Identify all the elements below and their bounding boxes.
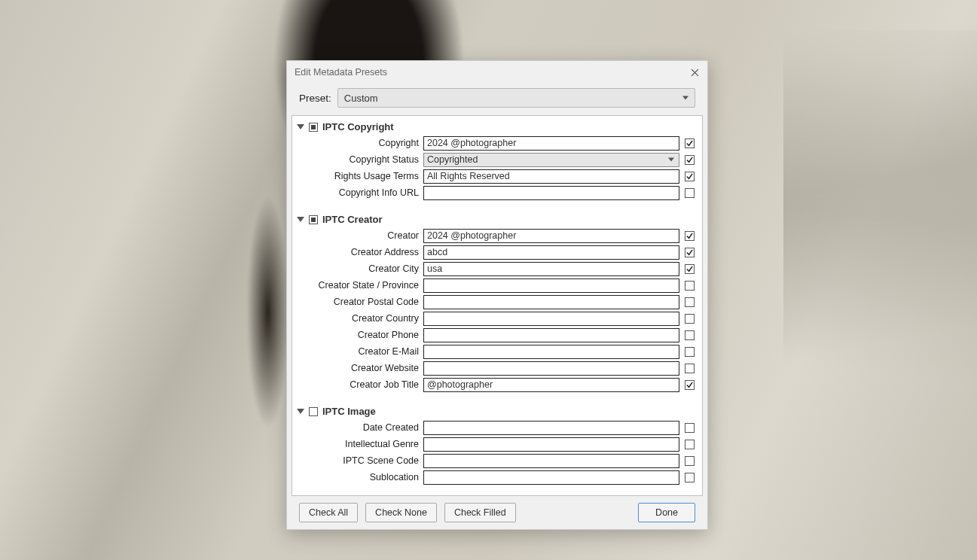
preset-value: Custom [344, 93, 378, 104]
field-checkbox-wrap [679, 380, 699, 390]
field-input[interactable]: 2024 @photographer [423, 229, 679, 243]
edit-metadata-presets-dialog: Edit Metadata Presets Preset: Custom IPT… [286, 60, 708, 530]
check-none-button[interactable]: Check None [365, 503, 437, 522]
field-checkbox-wrap [679, 155, 699, 165]
field-checkbox-wrap [679, 423, 699, 433]
field-checkbox-wrap [679, 231, 699, 241]
field-label: Rights Usage Terms [295, 171, 423, 181]
field-checkbox-wrap [679, 281, 699, 291]
field-checkbox[interactable] [685, 364, 695, 373]
field-row: Creator E-Mail [295, 343, 699, 360]
field-row: Creator Cityusa [295, 260, 699, 277]
field-checkbox[interactable] [685, 380, 695, 390]
section-body-copyright: Copyright2024 @photographerCopyright Sta… [295, 135, 699, 201]
field-input[interactable] [423, 361, 679, 376]
section-header-image[interactable]: IPTC Image [295, 403, 699, 419]
field-label: Creator City [295, 263, 423, 274]
field-label: Intellectual Genre [295, 439, 423, 449]
field-label: Creator Phone [295, 330, 423, 340]
field-input[interactable] [423, 186, 679, 200]
field-checkbox-wrap [679, 297, 699, 307]
field-checkbox[interactable] [685, 155, 695, 165]
dialog-footer: Check All Check None Check Filled Done [287, 496, 707, 529]
field-input[interactable] [423, 312, 679, 326]
field-input[interactable]: usa [423, 262, 679, 276]
field-checkbox[interactable] [685, 231, 695, 241]
preset-select[interactable]: Custom [337, 88, 695, 108]
section-header-creator[interactable]: IPTC Creator [295, 212, 699, 227]
field-input[interactable] [423, 278, 679, 293]
field-row: Creator State / Province [295, 277, 699, 294]
field-label: Creator Country [295, 313, 423, 324]
field-label: Sublocation [295, 472, 423, 482]
section-title: IPTC Image [322, 406, 376, 417]
field-checkbox-wrap [679, 440, 699, 449]
field-input[interactable] [423, 454, 679, 468]
field-checkbox-wrap [679, 330, 699, 340]
field-checkbox[interactable] [685, 314, 695, 324]
field-input[interactable] [423, 470, 679, 485]
field-checkbox[interactable] [685, 138, 695, 148]
field-label: Creator Address [295, 247, 423, 257]
section-body-image: Date CreatedIntellectual GenreIPTC Scene… [295, 419, 699, 485]
disclosure-triangle-icon[interactable] [297, 217, 304, 222]
field-checkbox[interactable] [685, 264, 695, 274]
preset-label: Preset: [299, 93, 331, 104]
field-label: Creator Job Title [295, 379, 423, 390]
close-icon[interactable] [688, 65, 701, 79]
field-row: Creator Website [295, 360, 699, 376]
done-button[interactable]: Done [638, 503, 695, 522]
field-select[interactable]: Copyrighted [423, 153, 679, 167]
field-label: Copyright Status [295, 154, 423, 165]
field-checkbox-wrap [679, 248, 699, 257]
field-row: Creator Job Title@photographer [295, 376, 699, 393]
field-checkbox[interactable] [685, 456, 695, 466]
field-checkbox[interactable] [685, 473, 695, 482]
section-checkbox-copyright[interactable] [309, 123, 318, 132]
field-label: Creator [295, 230, 423, 241]
check-filled-button[interactable]: Check Filled [444, 503, 516, 522]
field-row: Rights Usage TermsAll Rights Reserved [295, 168, 699, 184]
section-checkbox-image[interactable] [309, 407, 318, 416]
disclosure-triangle-icon[interactable] [297, 124, 304, 129]
field-input[interactable] [423, 437, 679, 452]
field-checkbox[interactable] [685, 172, 695, 181]
check-all-button[interactable]: Check All [299, 503, 358, 522]
field-row: Creator2024 @photographer [295, 227, 699, 244]
field-checkbox[interactable] [685, 423, 695, 433]
field-input[interactable] [423, 421, 679, 435]
field-checkbox[interactable] [685, 440, 695, 449]
field-row: Creator Phone [295, 327, 699, 343]
section-header-copyright[interactable]: IPTC Copyright [295, 119, 699, 135]
field-row: IPTC Scene Code [295, 452, 699, 469]
field-label: Creator Website [295, 363, 423, 373]
field-input[interactable]: abcd [423, 245, 679, 260]
field-checkbox[interactable] [685, 188, 695, 198]
field-row: Copyright StatusCopyrighted [295, 151, 699, 168]
field-label: Copyright [295, 138, 423, 148]
field-input[interactable] [423, 295, 679, 309]
field-input[interactable]: 2024 @photographer [423, 136, 679, 151]
section-checkbox-creator[interactable] [309, 215, 318, 224]
field-checkbox-wrap [679, 364, 699, 373]
field-input[interactable] [423, 345, 679, 359]
field-checkbox-wrap [679, 172, 699, 181]
section-title: IPTC Copyright [322, 121, 394, 132]
field-checkbox[interactable] [685, 330, 695, 340]
field-checkbox-wrap [679, 314, 699, 324]
preset-row: Preset: Custom [287, 84, 707, 115]
field-checkbox[interactable] [685, 347, 695, 357]
field-checkbox[interactable] [685, 297, 695, 307]
disclosure-triangle-icon[interactable] [297, 409, 304, 414]
metadata-scroll-area[interactable]: IPTC Copyright Copyright2024 @photograph… [292, 115, 703, 496]
field-row: Copyright Info URL [295, 184, 699, 201]
field-row: Date Created [295, 419, 699, 436]
field-checkbox-wrap [679, 456, 699, 466]
field-checkbox[interactable] [685, 281, 695, 291]
field-row: Copyright2024 @photographer [295, 135, 699, 151]
field-input[interactable]: @photographer [423, 378, 679, 392]
field-row: Creator Country [295, 310, 699, 327]
field-input[interactable]: All Rights Reserved [423, 169, 679, 184]
field-checkbox[interactable] [685, 248, 695, 257]
field-input[interactable] [423, 328, 679, 342]
